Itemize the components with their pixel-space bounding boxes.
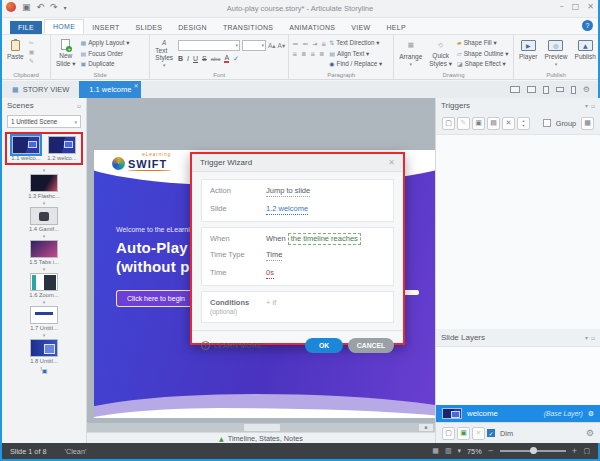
phone-portrait-icon[interactable] [571, 86, 576, 94]
slide-item-1-8[interactable]: 1.8 Untitl... [30, 339, 58, 364]
scrollbar-thumb[interactable] [244, 424, 280, 431]
dialog-close-icon[interactable]: ✕ [388, 158, 395, 167]
tab-help[interactable]: HELP [378, 21, 414, 34]
slide-value-link[interactable]: 1.2 welcome [266, 204, 308, 215]
find-replace-button[interactable]: ◉Find / Replace ▾ [329, 59, 382, 68]
grid-view-icon[interactable]: ▦ [432, 447, 439, 455]
slide-thumb-1-8[interactable] [30, 339, 58, 357]
restore-icon[interactable]: □ [572, 2, 580, 11]
justify-icon[interactable]: ≣ [319, 50, 324, 57]
close-icon[interactable]: ✕ [587, 2, 594, 11]
tab-slides[interactable]: SLIDES [128, 21, 171, 34]
paste-button[interactable]: Paste [5, 37, 26, 69]
preview-button[interactable]: ◎ Preview ▾ [542, 37, 569, 69]
tab-file[interactable]: FILE [10, 21, 42, 34]
group-checkbox[interactable] [543, 119, 551, 127]
filmstrip-view-icon[interactable]: ▥ [445, 447, 452, 455]
tab-home[interactable]: HOME [44, 19, 84, 34]
layers-settings-gear-icon[interactable]: ⚙ [586, 428, 594, 438]
zoom-out-icon[interactable]: − [488, 447, 494, 455]
slide-thumb-1-3[interactable] [30, 174, 58, 192]
align-right-icon[interactable]: ≡ [310, 50, 315, 57]
publish-button[interactable]: ▲ Publish [573, 37, 598, 69]
dim-checkbox[interactable]: ✓ [487, 429, 495, 437]
new-trigger-icon[interactable]: ▢ [442, 117, 455, 130]
zoom-slider-knob[interactable] [530, 447, 537, 454]
tab-animations[interactable]: ANIMATIONS [281, 21, 343, 34]
slide-thumb-1-7[interactable] [30, 306, 58, 324]
bold-button[interactable]: B [178, 55, 183, 62]
scene-dropdown[interactable]: 1 Untitled Scene ▾ [7, 115, 81, 128]
italic-button[interactable]: I [187, 55, 189, 62]
duplicate-button[interactable]: ▣Duplicate [81, 59, 130, 68]
tab-insert[interactable]: INSERT [84, 21, 127, 34]
layers-menu-icon[interactable]: ▾ [585, 334, 588, 341]
arrange-button[interactable]: ▦ Arrange ▾ [397, 37, 424, 69]
minimize-icon[interactable]: – [560, 2, 564, 11]
preview-settings-gear-icon[interactable]: ⚙ [583, 85, 590, 94]
slide-item-1-1[interactable]: 1.1 welco... [11, 136, 40, 161]
strikethrough-button[interactable]: S [202, 55, 207, 62]
desktop-preview-icon[interactable] [510, 86, 520, 93]
learn-more-link[interactable]: LEARN MORE... [214, 342, 269, 349]
triggers-menu-icon[interactable]: ▾ [585, 102, 588, 109]
action-value[interactable]: Jump to slide [266, 186, 310, 197]
copy-trigger-icon[interactable]: ▣ [472, 117, 485, 130]
when-value[interactable]: the timeline reaches [288, 233, 361, 245]
slide-item-1-5[interactable]: 1.5 Tabs i... [29, 240, 59, 265]
shape-fill-button[interactable]: ▰Shape Fill ▾ [457, 38, 508, 47]
triggers-pin-icon[interactable]: ▫ [591, 102, 595, 109]
ok-button[interactable]: OK [305, 338, 343, 353]
slide-thumb-1-2[interactable] [48, 136, 76, 154]
underline-button[interactable]: U [193, 55, 198, 62]
clear-formatting-button[interactable]: abc [211, 56, 221, 62]
slide-item-1-4[interactable]: 1.4 Gamif... [29, 207, 59, 232]
tab-view[interactable]: VIEW [343, 21, 378, 34]
scenes-pin-icon[interactable]: ▫ [77, 102, 81, 109]
align-left-icon[interactable]: ≡ [292, 50, 297, 57]
tab-design[interactable]: DESIGN [170, 21, 215, 34]
tab-transitions[interactable]: TRANSITIONS [215, 21, 281, 34]
delete-trigger-icon[interactable]: ✕ [502, 117, 515, 130]
time-type-value[interactable]: Time [266, 250, 282, 261]
text-styles-button[interactable]: A Text Styles ▾ [153, 37, 175, 69]
slide-item-1-6[interactable]: 1.6 Zoom... [29, 273, 58, 298]
slide-layers-list[interactable] [436, 346, 600, 405]
new-slide-mini-icon[interactable]: !▣ [40, 367, 47, 374]
story-view-tab[interactable]: ▦ STORY VIEW [2, 81, 79, 98]
layer-gear-icon[interactable]: ⚙ [588, 410, 594, 418]
font-family-select[interactable]: ▾ [178, 40, 240, 51]
tablet-landscape-icon[interactable] [527, 86, 536, 93]
slide-thumb-1-6[interactable] [30, 273, 58, 291]
edit-trigger-icon[interactable]: ✎ [457, 117, 470, 130]
conditions-value[interactable]: + if [266, 298, 276, 316]
horizontal-scrollbar[interactable]: ▪ [87, 423, 435, 432]
help-icon[interactable]: ? [582, 20, 593, 31]
font-color-button[interactable]: A [224, 54, 229, 63]
slide-item-1-3[interactable]: 1.3 Flashc... [28, 174, 60, 199]
format-painter-icon[interactable]: ✎ [29, 57, 35, 64]
bullet-list-icon[interactable]: ≔ [292, 40, 298, 47]
trigger-wizard-icon[interactable]: ▦ [581, 117, 594, 130]
cancel-button[interactable]: CANCEL [348, 338, 394, 353]
delete-layer-icon[interactable]: ✕ [472, 427, 485, 440]
align-center-icon[interactable]: ≣ [301, 50, 306, 57]
number-list-icon[interactable]: ≕ [302, 40, 308, 47]
new-slide-button[interactable]: + New Slide ▾ [54, 37, 78, 69]
line-spacing-icon[interactable]: ≡ [321, 40, 326, 47]
paste-trigger-icon[interactable]: ▤ [487, 117, 500, 130]
slide-thumb-1-5[interactable] [30, 240, 58, 258]
layers-pin-icon[interactable]: ▫ [591, 334, 595, 341]
fullscreen-drop-icon[interactable]: ▾ [458, 447, 462, 455]
shape-outline-button[interactable]: ▱Shape Outline ▾ [457, 49, 508, 58]
phone-landscape-icon[interactable] [556, 87, 564, 92]
timeline-states-notes-bar[interactable]: ▲ Timeline, States, Notes [87, 432, 435, 443]
cut-icon[interactable]: ✂ [29, 39, 35, 46]
quick-styles-button[interactable]: ◇ Quick Styles ▾ [427, 37, 454, 69]
align-text-button[interactable]: ▤Align Text ▾ [329, 49, 382, 58]
shape-effect-button[interactable]: ◪Shape Effect ▾ [457, 59, 508, 68]
slide-thumb-1-1[interactable] [12, 136, 40, 154]
player-button[interactable]: ▶ Player [517, 37, 539, 69]
dialog-header[interactable]: Trigger Wizard ✕ [192, 154, 403, 172]
apply-layout-button[interactable]: ▦Apply Layout ▾ [81, 38, 130, 47]
